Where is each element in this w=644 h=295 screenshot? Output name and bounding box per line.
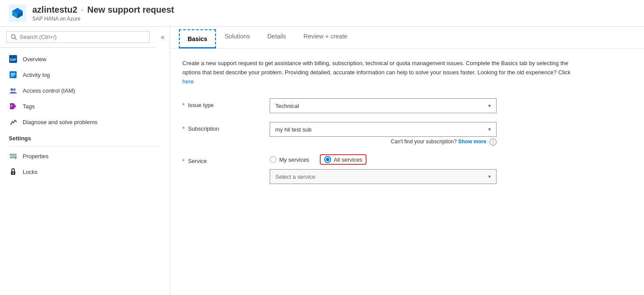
issue-type-value: Technical bbox=[275, 103, 299, 109]
subscription-row: * Subscription my hli test sub ▾ Can't f… bbox=[182, 122, 632, 146]
issue-type-row: * Issue type Technical ▾ bbox=[182, 98, 632, 113]
sidebar-item-label-iam: Access control (IAM) bbox=[23, 87, 75, 94]
sidebar-search-container bbox=[0, 27, 156, 48]
header-separator: - bbox=[81, 5, 84, 15]
activity-log-icon bbox=[9, 70, 17, 79]
diagnose-icon bbox=[9, 118, 17, 126]
required-star-service: * bbox=[182, 158, 185, 164]
access-control-icon bbox=[9, 86, 17, 95]
svg-point-13 bbox=[16, 121, 17, 122]
search-icon bbox=[11, 34, 17, 40]
sidebar-item-label-properties: Properties bbox=[23, 153, 48, 160]
all-services-highlight: All services bbox=[320, 154, 367, 165]
resource-subtitle: SAP HANA on Azure bbox=[32, 16, 174, 22]
required-star-issue: * bbox=[182, 102, 185, 108]
service-row: * Service My services bbox=[182, 154, 632, 184]
svg-point-12 bbox=[10, 124, 12, 125]
tabs-bar: Basics Solutions Details Review + create bbox=[170, 27, 644, 49]
service-control: My services All services bbox=[270, 154, 497, 184]
select-service-placeholder: Select a service bbox=[275, 174, 315, 180]
sidebar-divider bbox=[9, 146, 161, 146]
required-star-sub: * bbox=[182, 125, 185, 132]
select-service-dropdown[interactable]: Select a service ▾ bbox=[270, 169, 497, 184]
collapse-button[interactable]: « bbox=[156, 30, 170, 44]
subscription-hint: Can't find your subscription? Show more … bbox=[270, 139, 497, 146]
svg-rect-14 bbox=[10, 154, 17, 155]
svg-line-2 bbox=[15, 38, 17, 40]
radio-all-services-label: All services bbox=[334, 156, 363, 163]
content-area: Basics Solutions Details Review + create… bbox=[170, 27, 644, 295]
tab-basics[interactable]: Basics bbox=[179, 29, 216, 49]
subscription-value: my hli test sub bbox=[275, 126, 312, 133]
tab-details[interactable]: Details bbox=[259, 27, 295, 48]
svg-text:SAP: SAP bbox=[10, 58, 17, 61]
issue-type-label: * Issue type bbox=[182, 98, 270, 108]
sidebar-item-label-overview: Overview bbox=[23, 56, 46, 62]
radio-my-services[interactable]: My services bbox=[270, 156, 309, 163]
page-title: New support request bbox=[87, 5, 174, 15]
info-icon: i bbox=[490, 139, 497, 146]
sidebar: « SAP Overview bbox=[0, 27, 170, 295]
sidebar-item-label-tags: Tags bbox=[23, 103, 34, 110]
svg-point-10 bbox=[13, 88, 16, 91]
form-area: Create a new support request to get assi… bbox=[170, 49, 644, 295]
radio-my-services-input[interactable] bbox=[270, 156, 277, 163]
resource-name: azlintestu2 bbox=[32, 5, 77, 15]
sidebar-nav: SAP Overview Activity log bbox=[0, 48, 170, 295]
properties-icon bbox=[9, 152, 17, 160]
radio-all-services[interactable]: All services bbox=[324, 156, 363, 163]
svg-point-9 bbox=[10, 88, 13, 91]
header-text: azlintestu2 - New support request SAP HA… bbox=[32, 5, 174, 22]
issue-type-arrow: ▾ bbox=[488, 103, 491, 109]
sidebar-item-locks[interactable]: Locks bbox=[0, 164, 170, 180]
subscription-control: my hli test sub ▾ Can't find your subscr… bbox=[270, 122, 497, 146]
search-input[interactable] bbox=[20, 34, 145, 40]
sidebar-item-activity-log[interactable]: Activity log bbox=[0, 67, 170, 83]
svg-point-1 bbox=[11, 35, 15, 38]
sidebar-item-overview[interactable]: SAP Overview bbox=[0, 51, 170, 67]
sidebar-item-label-activity-log: Activity log bbox=[23, 72, 50, 78]
tab-review-create[interactable]: Review + create bbox=[295, 27, 356, 48]
svg-rect-15 bbox=[10, 156, 17, 156]
locks-icon bbox=[9, 167, 17, 176]
show-more-link[interactable]: Show more bbox=[458, 139, 486, 145]
form-description: Create a new support request to get assi… bbox=[182, 59, 575, 86]
sidebar-item-tags[interactable]: Tags bbox=[0, 98, 170, 114]
service-label: * Service bbox=[182, 154, 270, 164]
subscription-dropdown[interactable]: my hli test sub ▾ bbox=[270, 122, 497, 137]
issue-type-dropdown[interactable]: Technical ▾ bbox=[270, 98, 497, 113]
sap-icon: SAP bbox=[9, 55, 17, 63]
main-layout: « SAP Overview bbox=[0, 27, 644, 295]
service-radio-group: My services All services bbox=[270, 154, 497, 165]
svg-point-11 bbox=[11, 105, 12, 107]
issue-type-control: Technical ▾ bbox=[270, 98, 497, 113]
radio-my-services-label: My services bbox=[279, 156, 309, 163]
select-service-arrow: ▾ bbox=[488, 174, 491, 180]
sidebar-search-row: « bbox=[0, 27, 170, 48]
tab-solutions[interactable]: Solutions bbox=[216, 27, 259, 48]
radio-all-services-input[interactable] bbox=[324, 156, 331, 163]
subscription-arrow: ▾ bbox=[488, 126, 491, 132]
resource-icon bbox=[9, 4, 26, 22]
sidebar-item-access-control[interactable]: Access control (IAM) bbox=[0, 83, 170, 98]
sidebar-item-label-diagnose: Diagnose and solve problems bbox=[23, 119, 97, 125]
settings-section-title: Settings bbox=[0, 130, 170, 144]
subscription-label: * Subscription bbox=[182, 122, 270, 132]
sidebar-item-diagnose[interactable]: Diagnose and solve problems bbox=[0, 114, 170, 130]
sidebar-item-properties[interactable]: Properties bbox=[0, 148, 170, 164]
svg-point-20 bbox=[13, 173, 14, 174]
svg-rect-18 bbox=[15, 157, 16, 159]
header: azlintestu2 - New support request SAP HA… bbox=[0, 0, 644, 27]
search-box[interactable] bbox=[6, 31, 150, 43]
svg-rect-16 bbox=[10, 157, 15, 158]
tags-icon bbox=[9, 102, 17, 111]
old-experience-link[interactable]: here bbox=[182, 78, 194, 85]
sidebar-item-label-locks: Locks bbox=[23, 169, 38, 175]
